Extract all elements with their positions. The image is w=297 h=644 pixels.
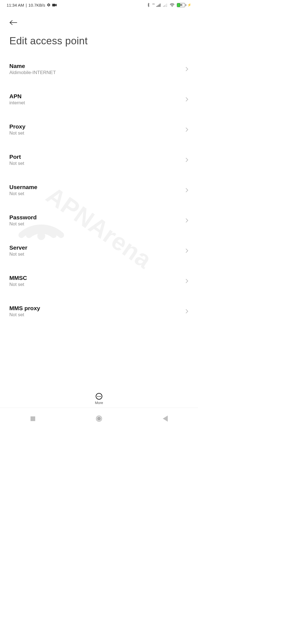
settings-list: Name Aldimobile-INTERNET APN internet Pr… [0, 47, 198, 323]
battery-percent: 38 [177, 3, 185, 7]
row-value: Not set [9, 282, 185, 287]
row-name[interactable]: Name Aldimobile-INTERNET [9, 58, 189, 80]
svg-rect-1 [52, 4, 55, 6]
row-value: internet [9, 100, 185, 106]
row-label: MMSC [9, 275, 185, 281]
gear-icon [47, 3, 51, 7]
row-label: Password [9, 214, 185, 221]
system-nav-bar [0, 408, 198, 429]
row-apn[interactable]: APN internet [9, 88, 189, 111]
row-value: Not set [9, 130, 185, 136]
svg-rect-3 [158, 5, 158, 7]
row-mmsc[interactable]: MMSC Not set [9, 270, 189, 292]
chevron-right-icon [185, 127, 189, 132]
bluetooth-icon [147, 3, 150, 7]
nav-recents-button[interactable] [31, 416, 35, 421]
more-icon [96, 393, 102, 400]
signal-sim2-icon: x [163, 3, 167, 7]
row-label: Username [9, 184, 185, 190]
row-port[interactable]: Port Not set [9, 149, 189, 171]
chevron-right-icon [185, 187, 189, 193]
row-label: Server [9, 244, 185, 251]
row-value: Not set [9, 312, 185, 318]
arrow-left-icon [9, 20, 18, 25]
status-netspeed: 10.7KB/s [28, 3, 45, 7]
bottom-toolbar: More [0, 383, 198, 408]
status-separator: | [26, 3, 27, 7]
chevron-right-icon [185, 278, 189, 284]
row-server[interactable]: Server Not set [9, 239, 189, 262]
row-label: APN [9, 93, 185, 100]
chevron-right-icon [185, 309, 189, 314]
status-time: 11:34 AM [7, 3, 24, 7]
row-label: MMS proxy [9, 305, 185, 312]
row-value: Not set [9, 252, 185, 257]
chevron-right-icon [185, 157, 189, 163]
row-label: Port [9, 154, 185, 160]
svg-rect-4 [159, 4, 159, 7]
row-value: Not set [9, 191, 185, 197]
chevron-right-icon [185, 97, 189, 102]
row-value: Aldimobile-INTERNET [9, 70, 185, 75]
more-button[interactable]: More [95, 393, 103, 405]
page-title: Edit access point [9, 35, 189, 47]
chevron-right-icon [185, 248, 189, 253]
battery-indicator: 38 ⚡ [177, 3, 191, 7]
row-value: Not set [9, 221, 185, 227]
back-button[interactable] [9, 17, 20, 28]
svg-rect-5 [160, 3, 160, 7]
signal-sim1-icon [156, 3, 161, 7]
chevron-right-icon [185, 218, 189, 223]
row-username[interactable]: Username Not set [9, 179, 189, 201]
chevron-right-icon [185, 66, 189, 72]
nav-back-button[interactable] [163, 416, 168, 422]
row-label: Name [9, 63, 185, 69]
network-type-4g: 4G [152, 3, 155, 5]
row-proxy[interactable]: Proxy Not set [9, 118, 189, 141]
camera-icon [52, 4, 57, 7]
row-password[interactable]: Password Not set [9, 209, 189, 232]
more-label: More [95, 401, 103, 405]
svg-rect-7 [164, 5, 165, 7]
row-value: Not set [9, 161, 185, 166]
status-bar: 11:34 AM | 10.7KB/s 4G x 38 ⚡ [0, 0, 198, 10]
svg-rect-8 [165, 4, 166, 7]
svg-rect-6 [163, 6, 164, 7]
svg-rect-2 [156, 6, 157, 7]
row-mms-proxy[interactable]: MMS proxy Not set [9, 300, 189, 323]
nav-home-button[interactable] [96, 416, 102, 422]
wifi-icon [170, 3, 175, 7]
row-label: Proxy [9, 123, 185, 130]
charging-icon: ⚡ [187, 3, 191, 7]
